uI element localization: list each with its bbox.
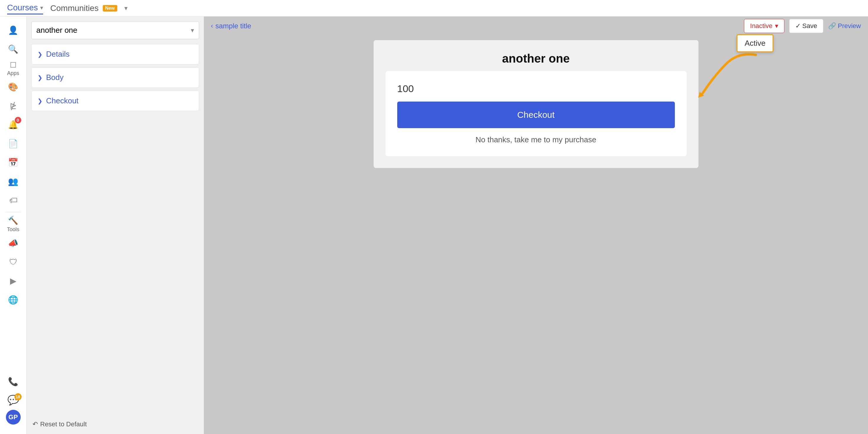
nav-communities[interactable]: Communities New xyxy=(50,2,117,14)
status-dropdown-popup[interactable]: Active xyxy=(737,34,774,52)
calendar-icon: 📅 xyxy=(8,158,18,167)
section-details[interactable]: ❯ Details xyxy=(31,44,199,64)
notification-badge: 0 xyxy=(15,117,21,123)
document-icon: 📄 xyxy=(8,139,18,149)
annotation-arrow xyxy=(685,46,768,112)
people-icon: 👥 xyxy=(8,177,18,186)
courses-label: Courses xyxy=(7,3,38,12)
section-checkout[interactable]: ❯ Checkout xyxy=(31,91,199,111)
header-actions: Inactive ▾ ✓ Save 🔗 Preview xyxy=(744,19,861,33)
person-icon: 👤 xyxy=(8,25,18,35)
checkout-chevron-icon: ❯ xyxy=(37,97,42,104)
brush-icon: 🎨 xyxy=(8,82,18,92)
checkout-button[interactable]: Checkout xyxy=(397,101,675,128)
chat-badge: 18 xyxy=(14,393,22,400)
check-icon: ✓ xyxy=(795,22,801,30)
apps-label: Apps xyxy=(7,70,19,76)
inactive-status-button[interactable]: Inactive ▾ xyxy=(744,19,784,33)
courses-chevron-icon: ▾ xyxy=(40,4,43,11)
sub-header: ‹ sample title Inactive ▾ ✓ Save 🔗 Previ… xyxy=(204,17,868,35)
sidebar-item-calendar[interactable]: 📅 xyxy=(3,154,24,171)
tools-icon: 🔨 xyxy=(8,216,18,225)
sidebar-bottom: 📞 💬 18 GP xyxy=(0,373,26,429)
external-link-icon: 🔗 xyxy=(828,22,836,30)
preview-button[interactable]: 🔗 Preview xyxy=(828,22,861,30)
details-chevron-icon: ❯ xyxy=(37,51,42,58)
sidebar-divider xyxy=(5,212,21,212)
phone-icon: 📞 xyxy=(8,377,18,386)
sidebar-item-grid[interactable]: ⋭ xyxy=(3,97,24,115)
details-label: Details xyxy=(46,50,69,59)
selected-course-label: another one xyxy=(36,26,78,35)
video-icon: ▶ xyxy=(10,276,17,286)
inactive-chevron-icon: ▾ xyxy=(775,22,778,30)
sidebar-item-funnel[interactable]: 🏷 xyxy=(3,191,24,209)
inactive-label: Inactive xyxy=(750,22,773,30)
sidebar-item-people[interactable]: 👥 xyxy=(3,173,24,190)
preview-page-title: another one xyxy=(374,40,699,71)
grid-icon: ⋭ xyxy=(10,101,17,111)
tools-label: Tools xyxy=(7,226,19,232)
reset-arrow-icon: ↶ xyxy=(32,421,38,428)
body-chevron-icon: ❯ xyxy=(37,74,42,81)
funnel-icon: 🏷 xyxy=(9,195,18,205)
communities-label: Communities xyxy=(50,4,98,13)
left-sidebar: 👤 🔍 ◻ Apps 🎨 ⋭ 🔔 0 📄 📅 👥 🏷 🔨 Tools xyxy=(0,17,27,434)
search-icon: 🔍 xyxy=(8,44,18,54)
sidebar-item-search[interactable]: 🔍 xyxy=(3,40,24,58)
course-selector-dropdown[interactable]: another one ▾ xyxy=(31,21,199,39)
preview-label: Preview xyxy=(838,22,861,30)
megaphone-icon: 📣 xyxy=(8,238,18,248)
top-navigation: Courses ▾ Communities New ▾ xyxy=(0,0,868,17)
sidebar-item-apps[interactable]: ◻ Apps xyxy=(3,59,24,77)
sidebar-item-announcements[interactable]: 📣 xyxy=(3,234,24,252)
sidebar-item-profile[interactable]: 👤 xyxy=(3,21,24,39)
globe-icon: 🌐 xyxy=(8,295,18,305)
active-option-label: Active xyxy=(745,39,766,48)
nav-more-icon[interactable]: ▾ xyxy=(124,4,128,12)
reset-label: Reset to Default xyxy=(40,421,87,428)
preview-card: 100 Checkout No thanks, take me to my pu… xyxy=(385,71,687,156)
user-avatar[interactable]: GP xyxy=(6,410,21,425)
sidebar-item-documents[interactable]: 📄 xyxy=(3,135,24,152)
sidebar-item-design[interactable]: 🎨 xyxy=(3,78,24,96)
apps-icon: ◻ xyxy=(10,59,17,69)
dropdown-chevron-icon: ▾ xyxy=(191,27,194,34)
section-body[interactable]: ❯ Body xyxy=(31,67,199,88)
breadcrumb-link[interactable]: ‹ sample title xyxy=(211,22,251,30)
breadcrumb-label: sample title xyxy=(215,22,251,30)
no-thanks-link[interactable]: No thanks, take me to my purchase xyxy=(397,135,675,144)
reset-to-default-button[interactable]: ↶ Reset to Default xyxy=(32,421,87,428)
preview-container: another one 100 Checkout No thanks, take… xyxy=(374,40,699,168)
sidebar-item-phone[interactable]: 📞 xyxy=(3,373,24,390)
save-button[interactable]: ✓ Save xyxy=(789,19,824,33)
chat-bubble-button[interactable]: 💬 18 xyxy=(4,393,22,407)
save-label: Save xyxy=(802,22,817,30)
new-badge: New xyxy=(103,5,117,11)
body-label: Body xyxy=(46,73,63,82)
sidebar-item-globe[interactable]: 🌐 xyxy=(3,291,24,309)
main-preview-area: ‹ sample title Inactive ▾ ✓ Save 🔗 Previ… xyxy=(204,17,868,434)
checkout-section-label: Checkout xyxy=(46,96,79,105)
back-arrow-icon: ‹ xyxy=(211,22,213,30)
nav-courses[interactable]: Courses ▾ xyxy=(7,2,43,14)
sidebar-item-notifications[interactable]: 🔔 0 xyxy=(3,116,24,133)
sidebar-item-affiliate[interactable]: 🛡 xyxy=(3,253,24,271)
content-selector-panel: another one ▾ ❯ Details ❯ Body ❯ Checkou… xyxy=(27,17,204,434)
sidebar-item-tools[interactable]: 🔨 Tools xyxy=(3,215,24,233)
sidebar-item-video[interactable]: ▶ xyxy=(3,272,24,290)
shield-icon: 🛡 xyxy=(9,257,18,267)
price-display: 100 xyxy=(397,83,675,94)
